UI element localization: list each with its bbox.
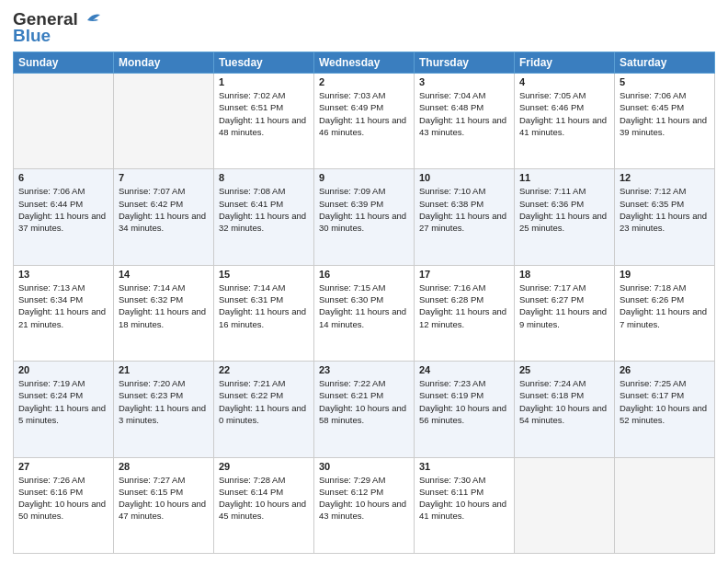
day-number: 14 — [119, 269, 209, 280]
day-info: Sunrise: 7:22 AMSunset: 6:21 PMDaylight:… — [319, 377, 409, 426]
weekday-header-monday: Monday — [114, 52, 214, 74]
calendar-cell: 12Sunrise: 7:12 AMSunset: 6:35 PMDayligh… — [615, 169, 715, 265]
day-number: 5 — [620, 76, 710, 87]
day-info: Sunrise: 7:08 AMSunset: 6:41 PMDaylight:… — [219, 185, 309, 234]
calendar-cell: 27Sunrise: 7:26 AMSunset: 6:16 PMDayligh… — [14, 457, 114, 553]
day-info-line: Daylight: 10 hours and 52 minutes. — [620, 403, 707, 425]
calendar-cell: 22Sunrise: 7:21 AMSunset: 6:22 PMDayligh… — [214, 362, 314, 457]
calendar-cell: 25Sunrise: 7:24 AMSunset: 6:18 PMDayligh… — [515, 362, 615, 457]
day-info-line: Sunrise: 7:25 AM — [620, 378, 686, 388]
day-info-line: Sunrise: 7:17 AM — [519, 282, 586, 293]
day-info-line: Sunset: 6:51 PM — [219, 102, 283, 112]
day-info: Sunrise: 7:06 AMSunset: 6:44 PMDaylight:… — [18, 185, 108, 234]
day-info: Sunrise: 7:26 AMSunset: 6:16 PMDaylight:… — [18, 474, 108, 523]
calendar-week-row: 27Sunrise: 7:26 AMSunset: 6:16 PMDayligh… — [14, 457, 715, 553]
day-info-line: Sunrise: 7:24 AM — [519, 378, 586, 388]
day-info-line: Sunset: 6:28 PM — [419, 294, 483, 304]
day-number: 15 — [219, 269, 309, 280]
day-info-line: Sunset: 6:18 PM — [519, 390, 584, 400]
day-info: Sunrise: 7:18 AMSunset: 6:26 PMDaylight:… — [620, 282, 710, 330]
header: General Blue — [13, 9, 715, 46]
day-info: Sunrise: 7:19 AMSunset: 6:24 PMDaylight:… — [18, 377, 108, 426]
day-info-line: Sunset: 6:38 PM — [419, 199, 483, 209]
day-info-line: Sunrise: 7:06 AM — [620, 90, 686, 100]
calendar-cell: 2Sunrise: 7:03 AMSunset: 6:49 PMDaylight… — [314, 74, 415, 169]
calendar-cell: 10Sunrise: 7:10 AMSunset: 6:38 PMDayligh… — [415, 169, 515, 265]
day-number: 16 — [319, 269, 409, 280]
day-info: Sunrise: 7:09 AMSunset: 6:39 PMDaylight:… — [319, 185, 409, 234]
day-number: 12 — [620, 172, 710, 183]
day-info-line: Daylight: 10 hours and 43 minutes. — [319, 499, 406, 521]
calendar-week-row: 1Sunrise: 7:02 AMSunset: 6:51 PMDaylight… — [14, 74, 715, 169]
day-number: 10 — [419, 172, 509, 183]
day-info: Sunrise: 7:14 AMSunset: 6:31 PMDaylight:… — [219, 282, 309, 330]
calendar-cell: 7Sunrise: 7:07 AMSunset: 6:42 PMDaylight… — [114, 169, 214, 265]
calendar-cell — [114, 74, 214, 169]
day-info-line: Sunrise: 7:18 AM — [620, 282, 686, 293]
logo-blue: Blue — [13, 26, 51, 46]
calendar-cell — [615, 457, 715, 553]
day-info-line: Daylight: 11 hours and 0 minutes. — [219, 403, 306, 425]
day-info-line: Daylight: 10 hours and 45 minutes. — [219, 499, 306, 521]
day-info-line: Sunrise: 7:06 AM — [18, 186, 85, 196]
day-info-line: Sunset: 6:24 PM — [18, 390, 83, 400]
day-info-line: Daylight: 11 hours and 23 minutes. — [620, 211, 707, 233]
day-info-line: Sunset: 6:39 PM — [319, 199, 383, 209]
calendar-cell: 1Sunrise: 7:02 AMSunset: 6:51 PMDaylight… — [214, 74, 314, 169]
day-info-line: Daylight: 11 hours and 16 minutes. — [219, 306, 306, 328]
calendar-header-row: SundayMondayTuesdayWednesdayThursdayFrid… — [14, 52, 715, 74]
calendar-cell: 16Sunrise: 7:15 AMSunset: 6:30 PMDayligh… — [314, 265, 415, 361]
day-info-line: Sunset: 6:22 PM — [219, 390, 283, 400]
weekday-header-thursday: Thursday — [415, 52, 515, 74]
calendar-cell: 26Sunrise: 7:25 AMSunset: 6:17 PMDayligh… — [615, 362, 715, 457]
day-number: 24 — [419, 364, 509, 375]
day-info-line: Sunset: 6:32 PM — [119, 294, 183, 304]
day-info-line: Sunrise: 7:28 AM — [219, 475, 285, 485]
calendar-cell: 20Sunrise: 7:19 AMSunset: 6:24 PMDayligh… — [14, 362, 114, 457]
day-info-line: Sunrise: 7:20 AM — [119, 378, 185, 388]
day-info: Sunrise: 7:03 AMSunset: 6:49 PMDaylight:… — [319, 89, 409, 138]
day-info-line: Daylight: 11 hours and 12 minutes. — [419, 306, 506, 328]
day-info-line: Sunrise: 7:19 AM — [18, 378, 85, 388]
day-info-line: Sunset: 6:41 PM — [219, 199, 283, 209]
day-number: 11 — [519, 172, 609, 183]
day-info-line: Daylight: 11 hours and 7 minutes. — [620, 306, 707, 328]
day-info-line: Sunset: 6:49 PM — [319, 102, 383, 112]
day-info-line: Sunset: 6:16 PM — [18, 487, 83, 497]
day-number: 19 — [620, 269, 710, 280]
day-info-line: Sunset: 6:34 PM — [18, 294, 83, 304]
day-number: 27 — [18, 461, 108, 472]
calendar-cell: 9Sunrise: 7:09 AMSunset: 6:39 PMDaylight… — [314, 169, 415, 265]
day-number: 4 — [519, 76, 609, 87]
day-info-line: Daylight: 11 hours and 48 minutes. — [219, 115, 306, 137]
day-number: 13 — [18, 269, 108, 280]
day-info-line: Daylight: 11 hours and 25 minutes. — [519, 211, 607, 233]
day-info: Sunrise: 7:13 AMSunset: 6:34 PMDaylight:… — [18, 282, 108, 330]
day-info-line: Sunset: 6:36 PM — [519, 199, 584, 209]
day-info-line: Sunrise: 7:29 AM — [319, 475, 385, 485]
day-info-line: Sunrise: 7:09 AM — [319, 186, 385, 196]
calendar-cell: 31Sunrise: 7:30 AMSunset: 6:11 PMDayligh… — [415, 457, 515, 553]
day-number: 2 — [319, 76, 409, 87]
calendar-cell: 4Sunrise: 7:05 AMSunset: 6:46 PMDaylight… — [515, 74, 615, 169]
day-info-line: Sunrise: 7:14 AM — [119, 282, 185, 293]
day-number: 23 — [319, 364, 409, 375]
day-info-line: Sunset: 6:31 PM — [219, 294, 283, 304]
day-info-line: Sunrise: 7:14 AM — [219, 282, 285, 293]
calendar-cell — [515, 457, 615, 553]
day-info-line: Daylight: 10 hours and 56 minutes. — [419, 403, 506, 425]
day-number: 30 — [319, 461, 409, 472]
day-info-line: Daylight: 11 hours and 37 minutes. — [18, 211, 106, 233]
day-info-line: Sunset: 6:15 PM — [119, 487, 183, 497]
day-info-line: Sunset: 6:14 PM — [219, 487, 283, 497]
calendar-cell: 29Sunrise: 7:28 AMSunset: 6:14 PMDayligh… — [214, 457, 314, 553]
day-info: Sunrise: 7:04 AMSunset: 6:48 PMDaylight:… — [419, 89, 509, 138]
calendar-cell: 11Sunrise: 7:11 AMSunset: 6:36 PMDayligh… — [515, 169, 615, 265]
day-number: 8 — [219, 172, 309, 183]
day-info-line: Daylight: 11 hours and 27 minutes. — [419, 211, 506, 233]
day-info-line: Sunrise: 7:23 AM — [419, 378, 485, 388]
day-info: Sunrise: 7:29 AMSunset: 6:12 PMDaylight:… — [319, 474, 409, 523]
day-info-line: Daylight: 11 hours and 34 minutes. — [119, 211, 206, 233]
day-number: 25 — [519, 364, 609, 375]
calendar-cell: 21Sunrise: 7:20 AMSunset: 6:23 PMDayligh… — [114, 362, 214, 457]
